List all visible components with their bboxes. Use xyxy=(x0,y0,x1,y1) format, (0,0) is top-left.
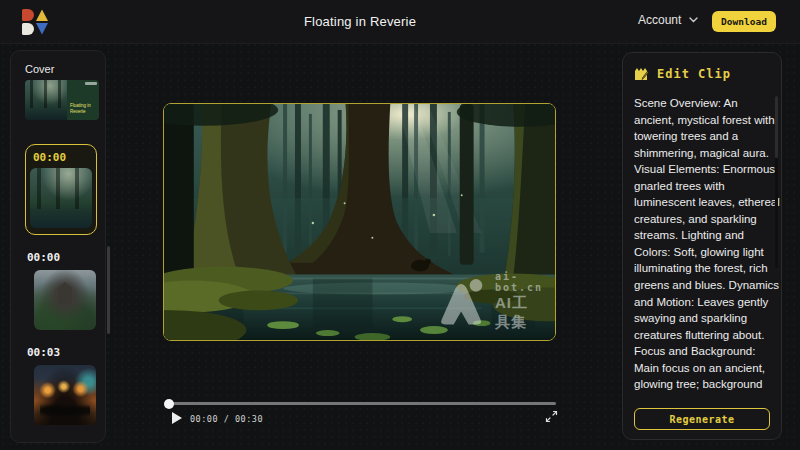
top-bar: Floating in Reverie Account Download xyxy=(0,0,800,44)
clip-item[interactable]: 00:03 xyxy=(25,346,105,425)
chevron-down-icon xyxy=(689,17,698,23)
play-button[interactable] xyxy=(171,412,183,425)
regenerate-button[interactable]: Regenerate xyxy=(634,408,770,430)
cover-thumbnail[interactable]: Floating in Reverie xyxy=(25,80,99,120)
account-menu[interactable]: Account xyxy=(638,13,698,27)
sidebar-scrollbar[interactable] xyxy=(107,246,110,334)
time-display: 00:00 / 00:30 xyxy=(190,414,263,424)
project-title: Floating in Reverie xyxy=(250,14,470,29)
seek-handle[interactable] xyxy=(164,399,174,409)
app-logo-icon[interactable] xyxy=(22,9,48,35)
edit-clip-panel: Edit Clip Scene Overview: An ancient, my… xyxy=(622,52,782,440)
cover-thumbnail-panel: Floating in Reverie xyxy=(67,80,99,120)
download-button[interactable]: Download xyxy=(712,11,776,32)
cover-mini-logo xyxy=(85,82,97,85)
logo-red-shape xyxy=(22,9,34,21)
clip-timestamp: 00:00 xyxy=(33,151,93,164)
forest-scene-image xyxy=(164,104,555,340)
video-preview[interactable]: ai-bot.cn AI工具集 xyxy=(163,103,556,341)
logo-yellow-triangle xyxy=(36,9,48,21)
cover-thumbnail-title: Floating in Reverie xyxy=(70,104,99,115)
clips-sidebar: Cover Floating in Reverie 00:00 00:00 00… xyxy=(10,50,106,443)
fullscreen-icon xyxy=(545,410,558,423)
account-label: Account xyxy=(638,13,681,27)
edit-clip-header: Edit Clip xyxy=(634,67,777,81)
clip-timestamp: 00:00 xyxy=(27,251,105,264)
logo-white-shape xyxy=(22,23,34,35)
clip-thumbnail-castle[interactable] xyxy=(34,270,96,330)
seek-bar[interactable] xyxy=(165,402,556,405)
edit-clip-icon xyxy=(634,67,650,81)
description-scrollbar[interactable] xyxy=(775,96,778,268)
clip-item[interactable]: 00:00 xyxy=(25,251,105,330)
clip-thumbnail-night-market[interactable] xyxy=(34,365,96,425)
cover-thumbnail-image xyxy=(25,80,67,120)
clip-timestamp: 00:03 xyxy=(27,346,105,359)
fullscreen-button[interactable] xyxy=(544,410,558,424)
clip-description-text[interactable]: Scene Overview: An ancient, mystical for… xyxy=(634,95,780,391)
clip-thumbnail-forest[interactable] xyxy=(30,168,92,228)
edit-clip-title: Edit Clip xyxy=(657,67,731,81)
cover-section-label: Cover xyxy=(25,63,105,75)
play-icon xyxy=(172,412,182,424)
clip-item-selected[interactable]: 00:00 xyxy=(25,144,97,235)
logo-blue-triangle xyxy=(36,23,48,35)
